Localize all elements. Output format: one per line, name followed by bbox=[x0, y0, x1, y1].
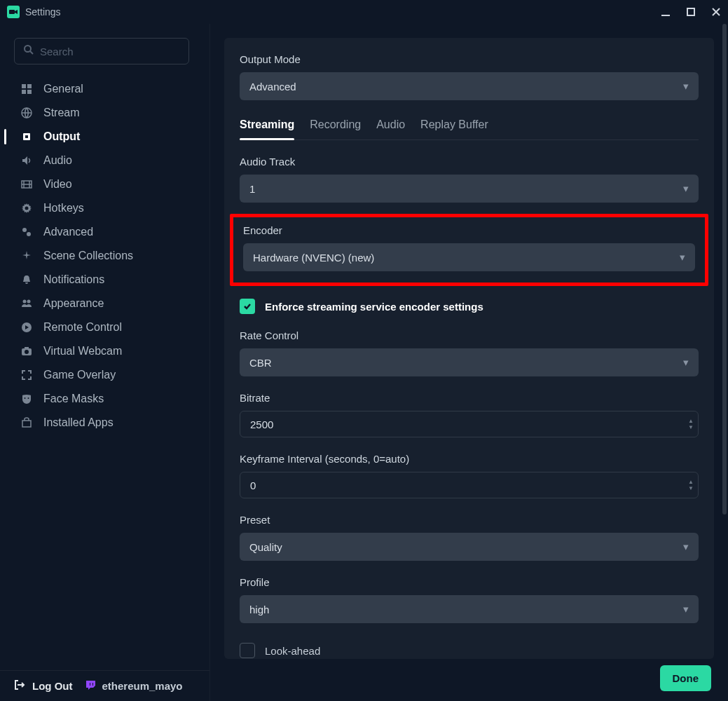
rate-control-select[interactable]: CBR ▾ bbox=[240, 348, 699, 376]
gear-icon bbox=[20, 203, 34, 214]
scrollbar[interactable] bbox=[722, 24, 727, 701]
sidebar-item-notifications[interactable]: Notifications bbox=[0, 268, 210, 292]
sidebar-item-label: Advanced bbox=[43, 226, 93, 238]
sidebar-item-label: Output bbox=[43, 130, 80, 143]
sidebar-item-label: Game Overlay bbox=[43, 369, 116, 381]
sidebar-item-audio[interactable]: Audio bbox=[0, 149, 210, 172]
select-value: high bbox=[249, 604, 269, 615]
input-value: 0 bbox=[250, 479, 688, 491]
input-value: 2500 bbox=[250, 418, 688, 430]
tab-recording[interactable]: Recording bbox=[310, 118, 361, 139]
step-up-icon[interactable]: ▲ bbox=[688, 479, 694, 485]
sidebar-item-virtual-webcam[interactable]: Virtual Webcam bbox=[0, 339, 210, 363]
sidebar-item-label: Hotkeys bbox=[43, 202, 84, 215]
svg-point-12 bbox=[25, 207, 29, 210]
chevron-down-icon: ▾ bbox=[683, 182, 689, 195]
svg-rect-2 bbox=[687, 8, 694, 15]
sidebar-item-video[interactable]: Video bbox=[0, 172, 210, 196]
sidebar-item-remote-control[interactable]: Remote Control bbox=[0, 315, 210, 339]
select-value: Advanced bbox=[249, 81, 296, 93]
twitch-icon bbox=[85, 679, 96, 693]
step-down-icon[interactable]: ▼ bbox=[688, 425, 694, 430]
preset-select[interactable]: Quality ▾ bbox=[240, 533, 699, 561]
enforce-checkbox-row[interactable]: Enforce streaming service encoder settin… bbox=[240, 299, 699, 314]
sparkles-icon bbox=[20, 250, 34, 261]
sidebar-item-hotkeys[interactable]: Hotkeys bbox=[0, 196, 210, 220]
shop-icon bbox=[20, 417, 34, 428]
search-field[interactable] bbox=[40, 46, 180, 57]
sidebar-item-general[interactable]: General bbox=[0, 77, 210, 101]
username-label: ethereum_mayo bbox=[102, 680, 182, 692]
sidebar-item-stream[interactable]: Stream bbox=[0, 101, 210, 125]
done-button[interactable]: Done bbox=[660, 665, 712, 691]
svg-point-16 bbox=[27, 300, 31, 304]
svg-rect-5 bbox=[27, 84, 32, 88]
tab-replay-buffer[interactable]: Replay Buffer bbox=[420, 118, 488, 139]
film-icon bbox=[20, 179, 34, 190]
logout-button[interactable]: Log Out bbox=[14, 679, 72, 693]
lookahead-checkbox-row[interactable]: Look-ahead bbox=[240, 643, 699, 658]
encoder-select[interactable]: Hardware (NVENC) (new) ▾ bbox=[243, 243, 695, 271]
sidebar-item-label: Virtual Webcam bbox=[43, 345, 122, 358]
mask-icon bbox=[20, 393, 34, 404]
logout-icon bbox=[14, 679, 25, 693]
profile-select[interactable]: high ▾ bbox=[240, 595, 699, 623]
sidebar-item-output[interactable]: Output bbox=[0, 125, 210, 149]
profile-label: Profile bbox=[240, 576, 699, 588]
sidebar-item-label: Remote Control bbox=[43, 321, 122, 334]
maximize-button[interactable] bbox=[686, 7, 696, 17]
bitrate-input[interactable]: 2500 ▲▼ bbox=[240, 411, 699, 437]
select-value: Quality bbox=[249, 541, 282, 553]
svg-rect-4 bbox=[22, 84, 26, 88]
select-value: CBR bbox=[249, 357, 272, 369]
chevron-down-icon: ▾ bbox=[683, 80, 689, 93]
sidebar-item-advanced[interactable]: Advanced bbox=[0, 220, 210, 244]
chevron-down-icon: ▾ bbox=[683, 603, 689, 615]
svg-point-14 bbox=[27, 232, 31, 236]
lookahead-label: Look-ahead bbox=[265, 645, 320, 657]
app-icon bbox=[7, 6, 20, 18]
minimize-button[interactable] bbox=[661, 7, 671, 17]
bell-icon bbox=[20, 274, 34, 285]
sidebar-item-label: Notifications bbox=[43, 273, 104, 286]
main-panel: Output Mode Advanced ▾ Streaming Recordi… bbox=[210, 24, 728, 701]
sidebar-item-appearance[interactable]: Appearance bbox=[0, 292, 210, 315]
svg-rect-10 bbox=[25, 135, 28, 138]
sidebar: General Stream Output Audio Video Hotkey… bbox=[0, 24, 210, 701]
sidebar-item-face-masks[interactable]: Face Masks bbox=[0, 387, 210, 411]
tab-audio[interactable]: Audio bbox=[376, 118, 405, 139]
bitrate-stepper[interactable]: ▲▼ bbox=[688, 418, 694, 430]
sidebar-nav: General Stream Output Audio Video Hotkey… bbox=[0, 70, 210, 435]
close-button[interactable] bbox=[711, 7, 721, 17]
step-up-icon[interactable]: ▲ bbox=[688, 418, 694, 424]
enforce-checkbox[interactable] bbox=[240, 299, 255, 314]
content-card: Output Mode Advanced ▾ Streaming Recordi… bbox=[224, 38, 714, 659]
chevron-down-icon: ▾ bbox=[683, 356, 689, 369]
output-mode-select[interactable]: Advanced ▾ bbox=[240, 72, 699, 100]
step-down-icon[interactable]: ▼ bbox=[688, 486, 694, 491]
logout-label: Log Out bbox=[32, 680, 72, 692]
sidebar-item-label: Stream bbox=[43, 107, 80, 119]
titlebar: Settings bbox=[0, 0, 728, 24]
rate-control-label: Rate Control bbox=[240, 329, 699, 341]
svg-point-15 bbox=[23, 300, 27, 304]
audio-track-select[interactable]: 1 ▾ bbox=[240, 175, 699, 203]
svg-point-3 bbox=[25, 46, 31, 52]
footer: Done bbox=[660, 665, 712, 691]
tab-streaming[interactable]: Streaming bbox=[240, 118, 294, 139]
sidebar-item-game-overlay[interactable]: Game Overlay bbox=[0, 363, 210, 387]
keyframe-input[interactable]: 0 ▲▼ bbox=[240, 472, 699, 498]
sidebar-item-label: Scene Collections bbox=[43, 250, 133, 262]
keyframe-stepper[interactable]: ▲▼ bbox=[688, 479, 694, 491]
camera-icon bbox=[20, 346, 34, 357]
lookahead-checkbox[interactable] bbox=[240, 643, 255, 658]
search-input[interactable] bbox=[14, 38, 189, 64]
chevron-down-icon: ▾ bbox=[680, 251, 685, 264]
svg-rect-6 bbox=[22, 90, 26, 94]
sidebar-footer: Log Out ethereum_mayo bbox=[0, 670, 210, 701]
enforce-label: Enforce streaming service encoder settin… bbox=[265, 301, 483, 313]
sidebar-item-scene-collections[interactable]: Scene Collections bbox=[0, 244, 210, 268]
output-mode-label: Output Mode bbox=[240, 53, 699, 65]
sidebar-item-installed-apps[interactable]: Installed Apps bbox=[0, 411, 210, 435]
user-chip[interactable]: ethereum_mayo bbox=[85, 679, 182, 693]
